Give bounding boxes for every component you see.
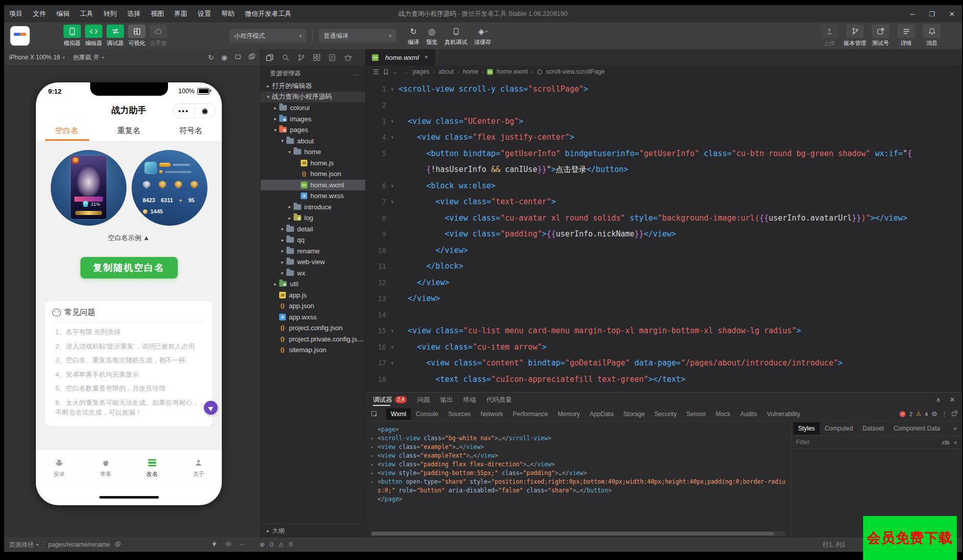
toolbar-button-simulator[interactable]: 模拟器 — [61, 25, 83, 47]
exit-icon[interactable]: ◉ — [195, 107, 216, 115]
tree-item-home.js[interactable]: JShome.js — [261, 158, 365, 169]
hot-reload-toggle[interactable]: 热重载 开▾ — [73, 53, 103, 62]
tree-item-战力查询小程序源码[interactable]: ▾战力查询小程序源码 — [261, 92, 365, 103]
devtools-tab-Wxml[interactable]: Wxml — [386, 408, 411, 420]
tree-item-colorui[interactable]: ▸colorui — [261, 102, 365, 114]
devtools-tab-Sources[interactable]: Sources — [444, 408, 475, 420]
style-tab-Component Data[interactable]: Component Data — [889, 422, 945, 435]
phone-tab-重复名[interactable]: 重复名 — [98, 120, 160, 141]
devtools-tab-Console[interactable]: Console — [411, 408, 443, 420]
menu-item-5[interactable]: 转到 — [98, 9, 122, 18]
compile-mode-dropdown[interactable]: 普通编译▾ — [319, 29, 396, 42]
toolbar-action-remote-debug[interactable]: 真机调试 — [445, 26, 467, 46]
devtools-tab-Storage[interactable]: Storage — [619, 408, 650, 420]
page-path[interactable]: pages/rename/rename — [48, 541, 110, 548]
tree-item-home.wxss[interactable]: Ǝhome.wxss — [261, 190, 365, 202]
wxml-node[interactable]: ▸<scroll-view class="bg-white nav">…</sc… — [371, 434, 786, 443]
ellipsis-icon[interactable]: ⋯ — [240, 541, 246, 548]
separate-window-icon[interactable] — [235, 53, 241, 61]
maximize-icon[interactable]: ❒ — [929, 10, 935, 18]
crumb[interactable]: pages — [413, 68, 430, 75]
npm-icon[interactable] — [329, 54, 336, 61]
wxml-node[interactable]: ▸<view class="example">…</view> — [371, 443, 786, 451]
tree-item-rename[interactable]: ▸rename — [261, 246, 365, 257]
close-tab-icon[interactable]: × — [425, 54, 428, 61]
tree-item-qq[interactable]: ▸qq — [261, 234, 365, 246]
menu-icon[interactable]: ☰ — [373, 68, 379, 76]
tree-item-wx[interactable]: ▸wx — [261, 268, 365, 279]
source-control-icon[interactable] — [298, 54, 305, 61]
tree-item-introduce[interactable]: ▸introduce — [261, 202, 365, 213]
example-image-profile[interactable]: 84236311 ✦ 95 1445 — [132, 150, 207, 226]
device-selector[interactable]: iPhone X 100% 16▾ — [9, 54, 65, 61]
toolbar-button-debugger[interactable]: 调试器 — [104, 25, 126, 47]
debugger-panel-tab-问题[interactable]: 问题 — [417, 393, 430, 407]
copy-blank-name-button[interactable]: 复制随机空白名 — [80, 257, 178, 278]
debugger-panel-tab-代码质量[interactable]: 代码质量 — [486, 393, 512, 407]
crumb[interactable]: about — [438, 68, 454, 75]
tree-item-web-view[interactable]: ▸web-view — [261, 256, 365, 268]
wxml-node[interactable]: <page> — [371, 425, 786, 434]
debugger-panel-tab-终端[interactable]: 终端 — [463, 393, 476, 407]
toolbar-action-preview[interactable]: ◎预览 — [426, 26, 437, 46]
tree-item-sitemap.json[interactable]: {}sitemap.json — [261, 344, 365, 356]
extensions-icon[interactable] — [313, 54, 321, 61]
forward-icon[interactable]: → — [403, 68, 409, 76]
popout-icon[interactable] — [951, 410, 958, 418]
menu-item-8[interactable]: 界面 — [169, 9, 193, 18]
toolbar-button-visual[interactable]: 可视化 — [126, 25, 148, 47]
crumb[interactable]: home — [463, 68, 478, 75]
cls-toggle[interactable]: .cls — [941, 439, 950, 445]
devtools-tab-Audits[interactable]: Audits — [736, 408, 762, 420]
phone-tabbar-关于[interactable]: 关于 — [175, 450, 222, 486]
overflow-chevron-icon[interactable]: » — [953, 425, 960, 432]
toolbar-button-editor[interactable]: 编辑器 — [83, 25, 104, 47]
devtools-tab-Security[interactable]: Security — [650, 408, 681, 420]
eye-icon[interactable] — [225, 541, 232, 548]
menu-item-2[interactable]: 文件 — [28, 9, 51, 18]
example-image-hero-card[interactable]: 21% — [51, 150, 127, 226]
refresh-icon[interactable]: ↻ — [208, 53, 214, 61]
crumb[interactable]: home.wxml — [496, 68, 528, 75]
minimize-icon[interactable]: ─ — [910, 10, 914, 18]
wxml-node[interactable]: </page> — [371, 495, 786, 504]
float-window-icon[interactable] — [248, 53, 255, 61]
debugger-panel-tab-调试器[interactable]: 调试器2,4 — [373, 393, 407, 407]
menu-item-6[interactable]: 选择 — [122, 9, 145, 18]
share-float-button[interactable] — [204, 401, 218, 415]
phone-tabbar-苹果[interactable]: 苹果 — [82, 450, 129, 486]
tree-item-project.private.config.js…[interactable]: {}project.private.config.js… — [261, 334, 365, 345]
inspect-element-icon[interactable] — [370, 411, 383, 418]
devtools-tab-Performance[interactable]: Performance — [508, 408, 553, 420]
back-icon[interactable]: ← — [392, 68, 399, 76]
menu-item-7[interactable]: 视图 — [145, 9, 169, 18]
wxml-node[interactable]: ▸<view class="padding flex flex-directio… — [371, 460, 786, 469]
page-path-dropdown[interactable]: 页面路径▾ — [9, 541, 38, 549]
wxml-node[interactable]: ▸<view style="padding-bottom:55px;" clas… — [371, 469, 786, 478]
style-tab-Computed[interactable]: Computed — [820, 422, 857, 435]
devtools-tab-Mock[interactable]: Mock — [711, 408, 735, 420]
tree-item-util[interactable]: ▸util — [261, 278, 365, 290]
tree-item-detail[interactable]: ▸detail — [261, 224, 365, 235]
close-icon[interactable]: ✕ — [949, 10, 955, 18]
filter-input[interactable]: Filter — [796, 439, 810, 446]
tree-item-打开的编辑器[interactable]: ▸打开的编辑器 — [261, 80, 365, 92]
style-tab-Dataset[interactable]: Dataset — [858, 422, 888, 435]
cloud-tools-icon[interactable] — [344, 54, 352, 61]
bolt-icon[interactable] — [212, 541, 217, 549]
tree-item-app.json[interactable]: {}app.json — [261, 300, 365, 312]
toolbar-action-clear-cache[interactable]: ◈▾清缓存 — [474, 26, 491, 46]
tree-item-home.json[interactable]: {}home.json — [261, 168, 365, 180]
devtools-tab-AppData[interactable]: AppData — [585, 408, 618, 420]
example-caption[interactable]: 空白名示例 ▲ — [36, 233, 222, 243]
phone-tab-符号名[interactable]: 符号名 — [160, 120, 222, 141]
toolbar-button-message[interactable]: 消息 — [921, 25, 943, 47]
more-icon[interactable]: ●●● — [173, 109, 194, 114]
kebab-menu-icon[interactable]: ⋮ — [941, 410, 948, 418]
code-editor[interactable]: 1∨<scroll-view scroll-y class="scrollPag… — [366, 78, 962, 392]
tree-item-pages[interactable]: ▾pages — [261, 124, 365, 136]
tree-item-log[interactable]: ▸log — [261, 212, 365, 224]
phone-tab-空白名[interactable]: 空白名 — [36, 120, 98, 141]
problem-counts[interactable]: ⊗0 ⚠0 — [260, 541, 292, 548]
tree-item-app.wxss[interactable]: Ǝapp.wxss — [261, 312, 365, 323]
